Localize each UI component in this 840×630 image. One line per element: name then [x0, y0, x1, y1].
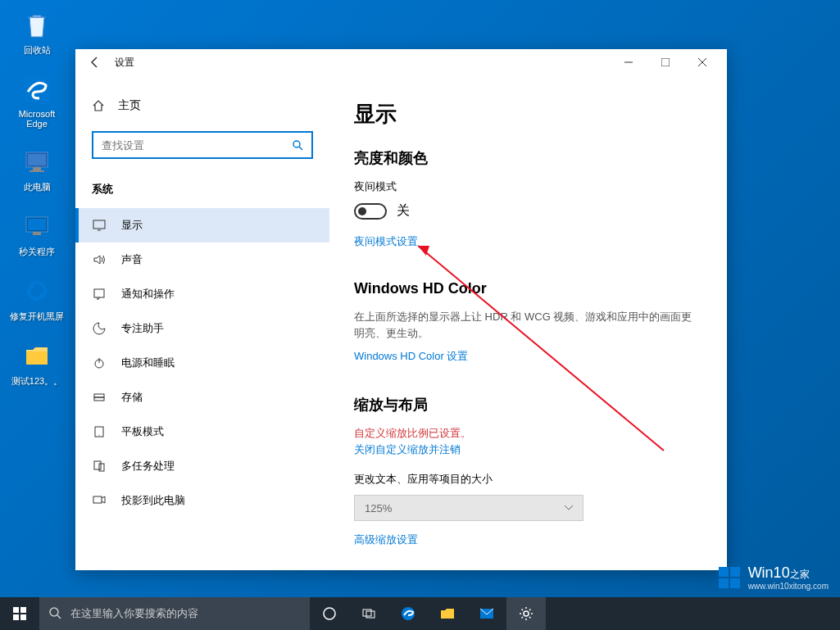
night-mode-toggle[interactable] [354, 203, 387, 220]
nav-label: 投影到此电脑 [121, 493, 185, 508]
svg-rect-38 [20, 614, 26, 620]
hd-color-desc: 在上面所选择的显示器上让 HDR 和 WCG 视频、游戏和应用中的画面更明亮、更… [354, 309, 702, 341]
nav-storage[interactable]: 存储 [75, 380, 329, 415]
windows-logo-icon [717, 565, 742, 590]
svg-rect-2 [28, 154, 46, 165]
dropdown-value: 125% [365, 502, 392, 514]
svg-point-46 [524, 611, 529, 616]
svg-rect-22 [94, 394, 104, 397]
recycle-bin-icon [20, 8, 53, 41]
scale-dropdown[interactable]: 125% [354, 495, 583, 521]
watermark-suffix: 之家 [790, 569, 810, 580]
edge-icon [20, 73, 53, 106]
search-icon [292, 139, 303, 151]
svg-point-39 [50, 608, 58, 616]
svg-rect-37 [13, 614, 19, 620]
desktop-icon-shutdown[interactable]: 秒关程序 [8, 210, 66, 258]
advanced-scale-link[interactable]: 高级缩放设置 [354, 533, 702, 547]
nav-label: 存储 [121, 390, 143, 405]
svg-point-15 [293, 141, 300, 147]
taskbar-explorer-icon[interactable] [428, 597, 467, 630]
project-icon [92, 493, 107, 508]
focus-icon [92, 321, 107, 336]
desktop-icon-repair[interactable]: 修复开机黑屏 [8, 274, 66, 323]
svg-rect-33 [719, 578, 729, 588]
close-button[interactable] [683, 49, 720, 75]
sidebar: 主页 系统 显示 声音 通知和操作 [75, 75, 329, 570]
settings-window: 设置 主页 系统 显示 声音 [75, 49, 727, 570]
desktop-icons: 回收站 Microsoft Edge 此电脑 秒关程序 修复开机黑屏 测试123… [8, 8, 66, 388]
folder-icon [20, 339, 53, 372]
svg-point-41 [324, 608, 335, 619]
desktop-icon-label: 测试123。。 [11, 375, 62, 388]
desktop-icon-edge[interactable]: Microsoft Edge [8, 73, 66, 129]
desktop-icon-label: 修复开机黑屏 [10, 310, 64, 323]
night-mode-settings-link[interactable]: 夜间模式设置 [354, 234, 702, 249]
power-icon [92, 356, 107, 370]
scale-label: 更改文本、应用等项目的大小 [354, 472, 702, 487]
svg-rect-42 [363, 610, 371, 616]
svg-rect-10 [39, 293, 44, 298]
tablet-icon [92, 424, 107, 439]
home-icon [92, 99, 105, 112]
content-pane: 显示 亮度和颜色 夜间模式 关 夜间模式设置 Windows HD Color … [329, 75, 727, 570]
page-heading: 显示 [354, 100, 702, 129]
desktop-icon-label: 秒关程序 [19, 246, 55, 258]
svg-line-16 [299, 147, 302, 150]
minimize-button[interactable] [610, 49, 647, 75]
hd-color-link[interactable]: Windows HD Color 设置 [354, 349, 702, 364]
nav-focus[interactable]: 专注助手 [75, 311, 329, 346]
storage-icon [92, 390, 107, 405]
back-button[interactable] [82, 49, 108, 75]
toggle-state: 关 [397, 202, 410, 220]
display-icon [92, 218, 107, 233]
taskbar-mail-icon[interactable] [467, 597, 506, 630]
nav-display[interactable]: 显示 [75, 208, 329, 242]
nav-label: 多任务处理 [121, 459, 175, 474]
home-button[interactable]: 主页 [75, 92, 329, 120]
svg-rect-23 [94, 397, 104, 401]
desktop-icon-label: Microsoft Edge [8, 109, 66, 129]
svg-rect-27 [99, 464, 104, 471]
svg-rect-34 [730, 578, 740, 588]
start-button[interactable] [0, 597, 39, 630]
nav-multitask[interactable]: 多任务处理 [75, 449, 329, 483]
sound-icon [92, 252, 107, 267]
taskbar-settings-icon[interactable] [506, 597, 546, 630]
scale-warning: 自定义缩放比例已设置。 [354, 426, 702, 441]
svg-rect-32 [730, 567, 740, 577]
nav-tablet[interactable]: 平板模式 [75, 415, 329, 449]
desktop-icon-this-pc[interactable]: 此电脑 [8, 145, 66, 193]
search-input[interactable] [102, 139, 292, 152]
svg-rect-31 [719, 567, 729, 577]
settings-search[interactable] [92, 131, 313, 159]
svg-rect-17 [93, 220, 105, 229]
task-view-icon[interactable] [349, 597, 388, 630]
nav-label: 平板模式 [121, 424, 164, 439]
nav-project[interactable]: 投影到此电脑 [75, 483, 329, 518]
nav-notifications[interactable]: 通知和操作 [75, 277, 329, 311]
nav-sound[interactable]: 声音 [75, 242, 329, 277]
cortana-icon[interactable] [310, 597, 349, 630]
desktop-icon-label: 此电脑 [24, 181, 51, 193]
nav-power[interactable]: 电源和睡眠 [75, 346, 329, 380]
titlebar: 设置 [75, 49, 727, 75]
watermark: Win10之家 www.win10xitong.com [717, 564, 829, 591]
night-mode-label: 夜间模式 [354, 179, 702, 194]
window-title: 设置 [115, 56, 134, 70]
pc-icon [20, 145, 53, 178]
desktop-icon-folder[interactable]: 测试123。。 [8, 339, 66, 388]
multitask-icon [92, 459, 107, 474]
scale-signout-link[interactable]: 关闭自定义缩放并注销 [354, 442, 702, 457]
maximize-button[interactable] [647, 49, 683, 75]
svg-point-25 [99, 435, 100, 436]
svg-rect-4 [30, 170, 44, 172]
chevron-down-icon [565, 505, 573, 510]
svg-line-40 [57, 615, 61, 619]
desktop-icon-recycle-bin[interactable]: 回收站 [8, 8, 66, 57]
taskbar-edge-icon[interactable] [388, 597, 428, 630]
nav-label: 通知和操作 [121, 287, 175, 301]
taskbar-search[interactable]: 在这里输入你要搜索的内容 [39, 597, 310, 630]
watermark-url: www.win10xitong.com [748, 582, 829, 591]
watermark-title: Win10 [748, 564, 790, 581]
